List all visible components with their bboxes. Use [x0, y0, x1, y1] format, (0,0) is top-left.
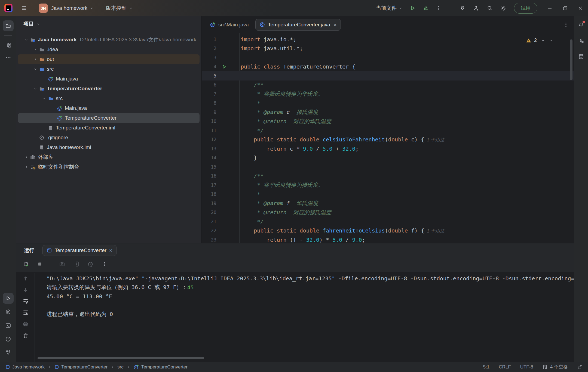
project-tree-item-src[interactable]: src — [18, 94, 200, 103]
tool-window-button-structure[interactable] — [3, 40, 14, 51]
tree-chevron-closed-icon[interactable] — [32, 47, 39, 52]
project-tree-item-temperatureconverter[interactable]: CTemperatureConverter — [18, 113, 200, 123]
tree-chevron-open-icon[interactable] — [41, 96, 48, 101]
tree-chevron-closed-icon[interactable] — [32, 57, 39, 61]
project-tree-item--[interactable]: 临时文件和控制台 — [18, 162, 200, 172]
more-button[interactable] — [102, 261, 108, 268]
code-line-21[interactable]: 21 */ — [202, 217, 574, 226]
run-class-gutter-icon[interactable] — [219, 64, 229, 69]
code-line-3[interactable]: 3 — [202, 53, 574, 62]
tab-options-menu[interactable] — [563, 22, 569, 28]
ai-assistant-icon[interactable] — [456, 0, 469, 16]
project-tree-item-.idea[interactable]: .idea — [18, 45, 200, 54]
database-button[interactable] — [576, 51, 587, 62]
tool-window-button-problems[interactable] — [3, 334, 14, 345]
tree-chevron-open-icon[interactable] — [32, 67, 39, 71]
stop-button[interactable] — [37, 261, 42, 268]
lock-open-icon[interactable] — [577, 364, 583, 370]
tool-window-button-run[interactable] — [3, 293, 14, 304]
code-line-7[interactable]: 7 * 将摄氏度转换为华氏度。 — [202, 89, 574, 99]
project-avatar[interactable]: JH — [39, 4, 48, 13]
add-user-icon[interactable] — [469, 0, 483, 16]
breadcrumb-item-java-homework[interactable]: Java homework — [5, 364, 45, 370]
prev-warning-icon[interactable] — [541, 38, 545, 43]
next-occurrence-button[interactable] — [23, 287, 29, 294]
close-button[interactable] — [573, 0, 588, 16]
attach-debugger-button[interactable] — [73, 261, 79, 268]
editor-tab-src-main.java[interactable]: Csrc\Main.java — [206, 16, 253, 33]
project-tree-item--[interactable]: 外部库 — [18, 152, 200, 162]
trial-button[interactable]: 试用 — [514, 3, 537, 14]
profiler-button[interactable] — [87, 261, 93, 268]
tool-window-button-services[interactable] — [3, 306, 14, 317]
code-line-15[interactable]: 15 — [202, 162, 574, 172]
tool-window-button-terminal[interactable] — [3, 320, 14, 331]
close-tab-icon[interactable]: × — [333, 22, 337, 27]
code-editor[interactable]: 1import java.io.*;2import java.util.*;34… — [202, 33, 574, 243]
project-tree-item-temperatureconverter.iml[interactable]: TemperatureConverter.iml — [18, 123, 200, 133]
code-line-8[interactable]: 8 * — [202, 99, 574, 108]
code-line-14[interactable]: 14 } — [202, 153, 574, 163]
project-switcher[interactable]: Java homework — [51, 5, 94, 11]
file-encoding[interactable]: UTF-8 — [520, 364, 533, 370]
code-line-10[interactable]: 10 * @return 对应的华氏温度 — [202, 117, 574, 126]
project-tree-item-src[interactable]: src — [18, 64, 200, 74]
code-line-22[interactable]: 22 public static double fahrenheitToCels… — [202, 226, 574, 235]
prev-occurrence-button[interactable] — [23, 275, 29, 283]
more-actions-menu[interactable] — [432, 0, 445, 16]
console-output[interactable]: "D:\Java JDK25\bin\java.exe" "-javaagent… — [35, 274, 574, 362]
inspections-widget[interactable]: 2 — [526, 38, 554, 43]
code-line-17[interactable]: 17 * 将华氏度转换为摄氏度。 — [202, 181, 574, 190]
run-button[interactable] — [406, 0, 419, 16]
breadcrumb-item-src[interactable]: src — [117, 364, 124, 370]
project-tree-item-out[interactable]: out — [18, 54, 200, 64]
code-line-2[interactable]: 2import java.util.*; — [202, 44, 574, 53]
code-line-20[interactable]: 20 * @return 对应的摄氏温度 — [202, 208, 574, 217]
caret-position[interactable]: 5:1 — [483, 364, 490, 370]
editor-tab-temperatureconverter.java[interactable]: CTemperatureConverter.java× — [255, 19, 341, 31]
notifications-button[interactable] — [576, 20, 587, 30]
run-tab[interactable]: TemperatureConverter × — [42, 245, 117, 256]
clear-all-button[interactable] — [23, 333, 29, 340]
indent-setting[interactable]: 4 个空格 — [543, 364, 568, 370]
thread-dump-button[interactable] — [59, 261, 65, 268]
vcs-menu[interactable]: 版本控制 — [106, 5, 133, 12]
tree-chevron-open-icon[interactable] — [23, 38, 30, 42]
restore-button[interactable] — [558, 0, 573, 16]
ai-assistant-button[interactable] — [576, 35, 587, 46]
tree-chevron-closed-icon[interactable] — [23, 155, 30, 159]
editor-scrollbar[interactable] — [570, 39, 572, 80]
next-warning-icon[interactable] — [549, 38, 554, 43]
code-line-13[interactable]: 13 return c * 9.0 / 5.0 + 32.0; — [202, 144, 574, 153]
line-separator[interactable]: CRLF — [499, 364, 511, 370]
search-icon[interactable] — [483, 0, 497, 16]
code-line-1[interactable]: 1import java.io.*; — [202, 35, 574, 44]
code-line-9[interactable]: 9 * @param c 摄氏温度 — [202, 108, 574, 117]
main-menu-icon[interactable] — [21, 5, 27, 11]
close-icon[interactable]: × — [109, 247, 112, 254]
run-configuration-selector[interactable]: 当前文件 — [372, 0, 406, 16]
project-tree-item-.gitignore[interactable]: .gitignore — [18, 133, 200, 142]
tool-window-button-project[interactable] — [3, 20, 14, 31]
tool-window-button-version-control[interactable] — [3, 347, 14, 358]
code-line-23[interactable]: 23 return (f - 32.0) * 5.0 / 9.0; — [202, 235, 574, 243]
tree-chevron-closed-icon[interactable] — [23, 165, 30, 169]
console-horizontal-scrollbar[interactable] — [38, 357, 204, 359]
code-line-4[interactable]: 4public class TemperatureConverter { — [202, 62, 574, 72]
code-line-16[interactable]: 16 /** — [202, 172, 574, 181]
tool-window-button-more-tool-windows[interactable] — [3, 52, 14, 63]
project-tree-item-main.java[interactable]: CMain.java — [18, 74, 200, 84]
code-line-6[interactable]: 6 /** — [202, 80, 574, 90]
code-line-12[interactable]: 12 public static double celsiusToFahrenh… — [202, 135, 574, 144]
project-tree-item-main.java[interactable]: CMain.java — [18, 103, 200, 113]
scroll-to-end-button[interactable] — [23, 310, 29, 317]
debug-button[interactable] — [419, 0, 432, 16]
tree-chevron-open-icon[interactable] — [32, 86, 39, 91]
rerun-button[interactable] — [23, 261, 29, 268]
breadcrumb-item-temperatureconverter[interactable]: TemperatureConverter — [54, 364, 108, 370]
project-tree-item-java-homework.iml[interactable]: Java homework.iml — [18, 142, 200, 152]
code-line-19[interactable]: 19 * @param f 华氏温度 — [202, 199, 574, 208]
minimize-button[interactable] — [542, 0, 558, 16]
project-tree-item-temperatureconverter[interactable]: TemperatureConverter — [18, 84, 200, 94]
soft-wrap-button[interactable] — [23, 298, 29, 306]
